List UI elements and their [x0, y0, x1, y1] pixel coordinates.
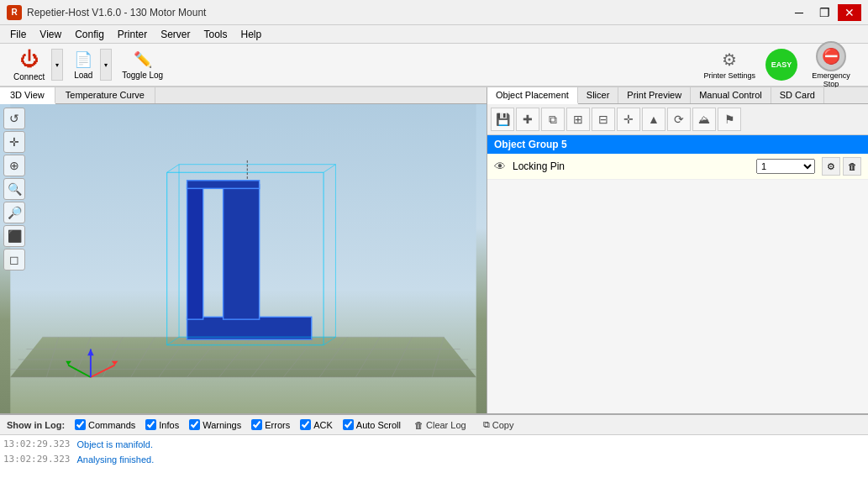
- object-name: Locking Pin: [513, 160, 750, 172]
- connect-label: Connect: [13, 72, 45, 81]
- restore-button[interactable]: ❐: [813, 4, 836, 21]
- trash-icon: 🗑: [414, 420, 423, 430]
- isometric-button[interactable]: ◻: [3, 249, 25, 271]
- object-group-header: Object Group 5: [487, 135, 868, 154]
- menu-item-printer[interactable]: Printer: [111, 27, 154, 42]
- right-tab-3[interactable]: Manual Control: [691, 87, 771, 103]
- right-tab-1[interactable]: Slicer: [578, 87, 619, 103]
- infos-checkbox[interactable]: [145, 419, 156, 430]
- object-settings-btn[interactable]: ⚙: [822, 157, 840, 176]
- zoom-in-button[interactable]: 🔍: [3, 178, 25, 200]
- filter-autoscroll[interactable]: Auto Scroll: [343, 419, 401, 430]
- svg-rect-23: [187, 181, 260, 189]
- filter-errors[interactable]: Errors: [251, 419, 290, 430]
- svg-rect-22: [187, 185, 203, 320]
- flag-btn[interactable]: ⚑: [718, 108, 741, 131]
- quantity-select[interactable]: 1 2 3: [756, 159, 815, 174]
- copy-log-button[interactable]: ⧉ Copy: [480, 418, 518, 432]
- menu-item-config[interactable]: Config: [68, 27, 111, 42]
- main-content: 3D ViewTemperature Curve ↺ ✛ ⊕ 🔍 🔎 ⬛ ◻: [0, 87, 868, 413]
- object-delete-btn[interactable]: 🗑: [843, 157, 861, 176]
- errors-checkbox[interactable]: [251, 419, 262, 430]
- clear-log-label: Clear Log: [426, 420, 466, 430]
- clear-log-button[interactable]: 🗑 Clear Log: [411, 418, 470, 432]
- toggle-log-button[interactable]: ✏️ Toggle Log: [115, 48, 170, 82]
- log-msg-1: Analysing finished.: [76, 452, 154, 467]
- window-controls: ─ ❐ ✕: [787, 4, 861, 21]
- load-button[interactable]: 📄 Load: [66, 48, 100, 82]
- menu-item-server[interactable]: Server: [154, 27, 197, 42]
- infos-label: Infos: [159, 420, 179, 430]
- log-toolbar: Show in Log: Commands Infos Warnings Err…: [0, 415, 868, 435]
- 3d-toolbar: ↺ ✛ ⊕ 🔍 🔎 ⬛ ◻: [3, 108, 25, 271]
- ack-checkbox[interactable]: [300, 419, 311, 430]
- connect-button[interactable]: ⏻ Connect: [7, 46, 51, 84]
- connect-dropdown[interactable]: ▾: [51, 49, 63, 81]
- log-msg-0: Object is manifold.: [76, 437, 152, 452]
- filter-warnings[interactable]: Warnings: [189, 419, 241, 430]
- filter-commands[interactable]: Commands: [75, 419, 135, 430]
- menu-item-file[interactable]: File: [3, 27, 33, 42]
- filter-infos[interactable]: Infos: [145, 419, 179, 430]
- printer-settings-button[interactable]: ⚙ Printer Settings: [697, 47, 762, 82]
- perspective-button[interactable]: ⬛: [3, 225, 25, 247]
- emergency-stop-button[interactable]: ⛔ Emergency Stop: [801, 39, 861, 91]
- connect-icon: ⏻: [20, 49, 39, 71]
- filter-ack[interactable]: ACK: [300, 419, 333, 430]
- connect-group: ⏻ Connect ▾: [7, 46, 63, 84]
- emergency-stop-icon: ⛔: [816, 41, 846, 71]
- warnings-checkbox[interactable]: [189, 419, 200, 430]
- load-dropdown[interactable]: ▾: [100, 49, 112, 81]
- save-btn[interactable]: 💾: [491, 108, 514, 131]
- visibility-toggle[interactable]: 👁: [494, 160, 506, 173]
- center-btn[interactable]: ✛: [617, 108, 640, 131]
- show-in-log-label: Show in Log:: [7, 420, 65, 430]
- view-tab-0[interactable]: 3D View: [0, 87, 55, 104]
- right-tab-2[interactable]: Print Preview: [618, 87, 691, 103]
- load-group: 📄 Load ▾: [66, 48, 112, 82]
- commands-checkbox[interactable]: [75, 419, 86, 430]
- menu-item-help[interactable]: Help: [234, 27, 269, 42]
- view-tab-1[interactable]: Temperature Curve: [55, 87, 155, 103]
- menu-item-view[interactable]: View: [33, 27, 68, 42]
- log-panel: Show in Log: Commands Infos Warnings Err…: [0, 413, 868, 478]
- titlebar: R Repetier-Host V1.6.0 - 130 Motor Mount…: [0, 0, 868, 25]
- menu-item-tools[interactable]: Tools: [197, 27, 234, 42]
- copy-icon: ⧉: [483, 419, 490, 430]
- log-content: 13:02:29.323 Object is manifold. 13:02:2…: [0, 435, 868, 478]
- app-icon: R: [7, 5, 22, 20]
- object-item: 👁 Locking Pin 1 2 3 ⚙ 🗑: [487, 154, 868, 180]
- easy-mode-button[interactable]: EASY: [765, 49, 797, 81]
- 3d-scene: [0, 104, 487, 413]
- move-button[interactable]: ⊕: [3, 155, 25, 176]
- copy-btn[interactable]: ⧉: [541, 108, 565, 131]
- quantity-select-container: 1 2 3: [756, 159, 815, 174]
- object-list: Object Group 5 👁 Locking Pin 1 2 3 ⚙ 🗑: [487, 135, 868, 413]
- toolbar: ⏻ Connect ▾ 📄 Load ▾ ✏️ Toggle Log ⚙ Pri…: [0, 44, 868, 87]
- log-entry-0: 13:02:29.323 Object is manifold.: [3, 437, 865, 452]
- add-btn[interactable]: ✚: [516, 108, 539, 131]
- close-button[interactable]: ✕: [838, 4, 861, 21]
- togglelog-label: Toggle Log: [122, 71, 163, 80]
- pan-button[interactable]: ✛: [3, 131, 25, 153]
- load-icon: 📄: [74, 50, 92, 69]
- warnings-label: Warnings: [203, 420, 241, 430]
- titlebar-left: R Repetier-Host V1.6.0 - 130 Motor Mount: [7, 5, 206, 20]
- object-toolbar: 💾 ✚ ⧉ ⊞ ⊟ ✛ ▲ ⟳ ⛰ ⚑: [487, 104, 868, 135]
- rotate-reset-button[interactable]: ↺: [3, 108, 25, 129]
- right-tab-0[interactable]: Object Placement: [487, 87, 578, 104]
- object-actions: ⚙ 🗑: [822, 157, 861, 176]
- minimize-button[interactable]: ─: [787, 4, 811, 21]
- rotate3d-btn[interactable]: ⟳: [667, 108, 691, 131]
- mountain-btn[interactable]: ⛰: [692, 108, 716, 131]
- view-tabs: 3D ViewTemperature Curve: [0, 87, 487, 104]
- zoom-out-button[interactable]: 🔎: [3, 202, 25, 223]
- autoscroll-checkbox[interactable]: [343, 419, 354, 430]
- grid2-btn[interactable]: ⊟: [592, 108, 615, 131]
- grid-btn[interactable]: ⊞: [566, 108, 590, 131]
- right-panel: Object PlacementSlicerPrint PreviewManua…: [487, 87, 868, 413]
- right-tab-4[interactable]: SD Card: [771, 87, 824, 103]
- arrow-up-btn[interactable]: ▲: [642, 108, 665, 131]
- svg-rect-21: [224, 185, 260, 320]
- 3d-viewport[interactable]: ↺ ✛ ⊕ 🔍 🔎 ⬛ ◻: [0, 104, 487, 413]
